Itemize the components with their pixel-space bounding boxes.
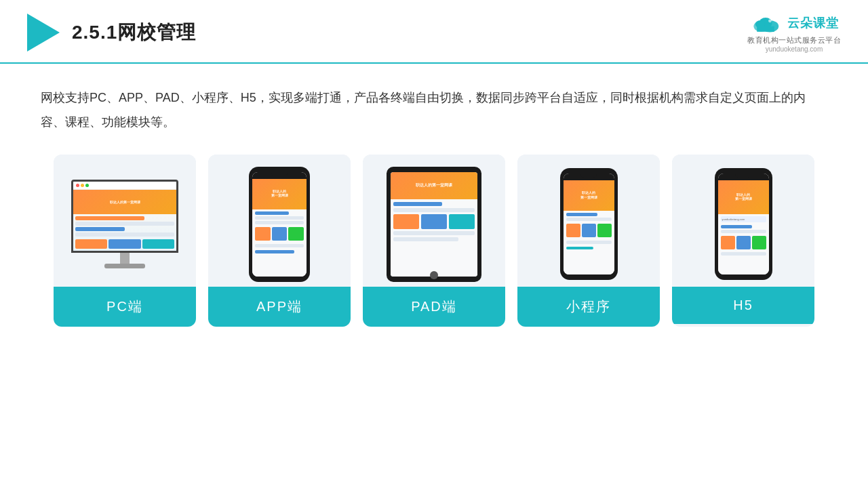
card-pad-label: PAD端 — [363, 287, 505, 327]
cloud-icon — [749, 12, 782, 34]
card-h5: 职达人的第一堂网课 yunduoketang.com — [672, 155, 814, 327]
page: 2.5.1网校管理 云朵课堂 教育机构一站式服务云平台 yunduoketang… — [0, 0, 868, 488]
platform-cards: 职达人的第一堂网课 — [0, 141, 868, 347]
monitor-screen: 职达人的第一堂网课 — [71, 180, 178, 253]
pc-monitor-mockup: 职达人的第一堂网课 — [67, 180, 182, 268]
play-triangle-icon — [27, 14, 60, 52]
card-miniprogram: 职达人的第一堂网课 — [517, 155, 660, 327]
tablet-home-button — [430, 271, 438, 279]
cloud-logo: 云朵课堂 — [749, 12, 839, 34]
header-left: 2.5.1网校管理 — [27, 14, 196, 52]
card-pad-image: 职达人的第一堂网课 — [363, 155, 505, 287]
card-app: 职达人的第一堂网课 — [208, 155, 351, 327]
card-pc-image: 职达人的第一堂网课 — [54, 155, 196, 287]
card-miniprogram-label: 小程序 — [517, 287, 660, 327]
brand-name: 云朵课堂 — [787, 15, 839, 31]
card-pad: 职达人的第一堂网课 — [363, 155, 505, 327]
description-text: 网校支持PC、APP、PAD、小程序、H5，实现多端打通，产品各终端自由切换，数… — [0, 64, 868, 141]
pad-tablet-mockup: 职达人的第一堂网课 — [387, 167, 481, 282]
phone-notch — [271, 172, 288, 176]
card-pc: 职达人的第一堂网课 — [54, 155, 196, 327]
phone-notch-h5 — [735, 174, 751, 178]
svg-rect-4 — [757, 26, 774, 32]
phone-notch-mini — [580, 174, 597, 178]
app-phone-mockup: 职达人的第一堂网课 — [249, 167, 310, 282]
monitor-inner: 职达人的第一堂网课 — [73, 182, 176, 251]
h5-phone-mockup: 职达人的第一堂网课 yunduoketang.com — [715, 168, 772, 280]
tablet-screen: 职达人的第一堂网课 — [391, 172, 477, 277]
card-app-image: 职达人的第一堂网课 — [208, 155, 351, 287]
header: 2.5.1网校管理 云朵课堂 教育机构一站式服务云平台 yunduoketang… — [0, 0, 868, 64]
card-h5-image: 职达人的第一堂网课 yunduoketang.com — [672, 155, 814, 287]
card-h5-label: H5 — [672, 287, 814, 324]
card-pc-label: PC端 — [54, 287, 196, 327]
brand-url: yunduoketang.com — [766, 45, 823, 53]
phone-screen-mini: 职达人的第一堂网课 — [564, 174, 614, 274]
phone-screen-h5: 职达人的第一堂网课 yunduoketang.com — [718, 174, 769, 274]
page-title: 2.5.1网校管理 — [72, 20, 196, 45]
phone-screen: 职达人的第一堂网课 — [252, 172, 307, 277]
card-app-label: APP端 — [208, 287, 351, 327]
svg-point-5 — [768, 19, 772, 22]
brand-tagline: 教育机构一站式服务云平台 — [747, 35, 841, 45]
miniprogram-phone-mockup: 职达人的第一堂网课 — [560, 168, 618, 280]
brand-logo: 云朵课堂 教育机构一站式服务云平台 yunduoketang.com — [747, 12, 841, 53]
card-miniprogram-image: 职达人的第一堂网课 — [517, 155, 660, 287]
